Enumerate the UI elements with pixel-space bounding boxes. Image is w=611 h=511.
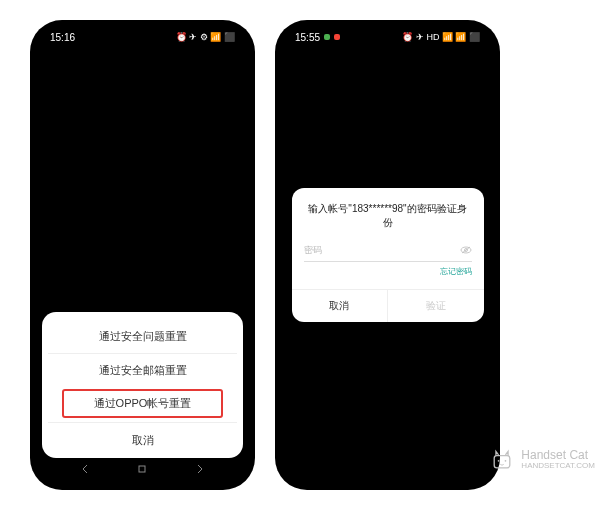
password-verify-dialog: 输入帐号"183******98"的密码验证身份 密码 忘记密码 取消 验证 [292,188,484,322]
status-icons: ⏰ ✈ ⚙ 📶 ⬛ [176,32,235,42]
navigation-bar [36,458,249,480]
cancel-button[interactable]: 取消 [48,422,237,454]
reset-security-question-option[interactable]: 通过安全问题重置 [48,320,237,353]
reset-options-sheet: 通过安全问题重置 通过安全邮箱重置 通过OPPO帐号重置 取消 [42,312,243,458]
password-input[interactable]: 密码 [304,244,472,262]
svg-line-3 [462,247,470,253]
svg-rect-0 [139,466,145,472]
status-bar: 15:55 ⏰ ✈ HD 📶 📶 ⬛ [281,26,494,48]
status-icons: ⏰ ✈ HD 📶 📶 ⬛ [402,32,480,42]
svg-rect-4 [495,456,511,468]
dialog-confirm-button[interactable]: 验证 [388,290,484,322]
svg-point-5 [498,460,500,462]
nav-home-icon[interactable] [135,462,149,476]
nav-recent-icon[interactable] [193,462,207,476]
phone-frame-2: 15:55 ⏰ ✈ HD 📶 📶 ⬛ 输入帐号"183******98"的密码验… [275,20,500,490]
status-time: 15:55 [295,32,320,43]
watermark-url: HANDSETCAT.COM [521,462,595,471]
visibility-toggle-icon[interactable] [460,245,472,256]
svg-point-6 [505,460,507,462]
nav-back-icon[interactable] [78,462,92,476]
dialog-cancel-button[interactable]: 取消 [292,290,389,322]
phone-frame-1: 15:16 ⏰ ✈ ⚙ 📶 ⬛ 通过安全问题重置 通过安全邮箱重置 通过OPPO… [30,20,255,490]
watermark: Handset Cat HANDSETCAT.COM [489,447,595,473]
cat-logo-icon [489,447,515,473]
password-placeholder: 密码 [304,244,460,257]
dialog-title: 输入帐号"183******98"的密码验证身份 [304,202,472,230]
phone-screen-1: 15:16 ⏰ ✈ ⚙ 📶 ⬛ 通过安全问题重置 通过安全邮箱重置 通过OPPO… [36,26,249,484]
phone-screen-2: 15:55 ⏰ ✈ HD 📶 📶 ⬛ 输入帐号"183******98"的密码验… [281,26,494,484]
indicator-green [324,34,330,40]
reset-oppo-account-option[interactable]: 通过OPPO帐号重置 [62,389,223,418]
reset-security-email-option[interactable]: 通过安全邮箱重置 [48,353,237,387]
indicator-red [334,34,340,40]
status-time: 15:16 [50,32,75,43]
forgot-password-link[interactable]: 忘记密码 [304,266,472,277]
status-bar: 15:16 ⏰ ✈ ⚙ 📶 ⬛ [36,26,249,48]
